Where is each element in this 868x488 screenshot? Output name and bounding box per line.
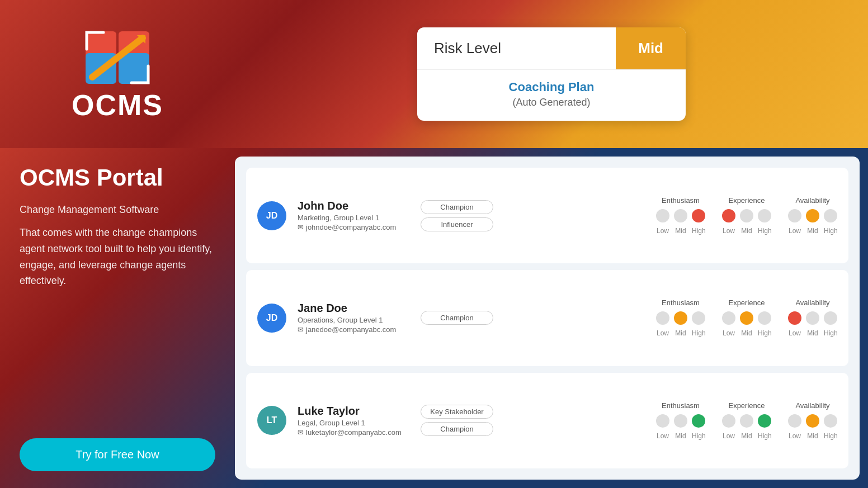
availability-metric-john: Availability Low Mid High: [788, 196, 837, 235]
availability-mid-dot-jane: [806, 311, 819, 325]
sidebar-content: OCMS Portal Change Management Software T…: [20, 165, 215, 296]
availability-label-john: Availability: [795, 196, 829, 205]
person-info-jane-doe: Jane Doe Operations, Group Level 1 ✉ jan…: [298, 302, 409, 334]
experience-scale-jane: Low Mid High: [722, 329, 771, 337]
experience-low-dot-luke: [722, 414, 735, 428]
person-info-john-doe: John Doe Marketing, Group Level 1 ✉ john…: [298, 200, 409, 231]
email-icon: ✉: [298, 325, 304, 334]
person-name-john-doe: John Doe: [298, 200, 409, 212]
experience-high-dot-john: [758, 209, 771, 222]
experience-low-dot-john: [722, 209, 735, 222]
sidebar: OCMS Portal Change Management Software T…: [0, 148, 235, 488]
availability-low-dot-luke: [788, 414, 801, 428]
availability-low-dot-john: [788, 209, 801, 222]
experience-label-jane: Experience: [728, 299, 765, 307]
person-name-luke-taylor: Luke Taylor: [298, 405, 409, 418]
bottom-section: OCMS Portal Change Management Software T…: [0, 148, 868, 488]
badge-influencer-john: Influencer: [421, 217, 493, 231]
enthusiasm-dots-jane: [656, 311, 705, 325]
risk-value: Mid: [616, 27, 686, 69]
enthusiasm-high-dot-luke: [692, 414, 705, 428]
enthusiasm-mid-dot-jane: [674, 311, 687, 325]
availability-low-dot-jane: [788, 311, 801, 325]
experience-mid-dot-jane: [740, 311, 753, 325]
top-section: OCMS Risk Level Mid Coaching Plan (Auto …: [0, 0, 868, 148]
badges-john-doe: Champion Influencer: [421, 200, 493, 231]
enthusiasm-high-dot-jane: [692, 311, 705, 325]
enthusiasm-high-dot-john: [692, 209, 705, 222]
enthusiasm-label-john: Enthusiasm: [662, 196, 700, 205]
coaching-plan-sub: (Auto Generated): [434, 97, 669, 108]
experience-scale-luke: Low Mid High: [722, 432, 771, 440]
enthusiasm-dots-john: [656, 209, 705, 222]
badges-jane-doe: Champion: [421, 311, 493, 325]
availability-label-jane: Availability: [795, 299, 829, 307]
experience-metric-luke: Experience Low Mid High: [722, 401, 771, 440]
experience-mid-dot-john: [740, 209, 753, 222]
description1: Change Management Software: [20, 202, 215, 218]
badge-key-stakeholder-luke: Key Stakeholder: [421, 405, 493, 419]
enthusiasm-dots-luke: [656, 414, 705, 428]
experience-dots-john: [722, 209, 771, 222]
person-role-john-doe: Marketing, Group Level 1: [298, 214, 409, 222]
brand-name: OCMS: [72, 88, 163, 122]
availability-metric-luke: Availability Low Mid High: [788, 401, 837, 440]
enthusiasm-label-luke: Enthusiasm: [662, 401, 700, 410]
availability-metric-jane: Availability Low Mid High: [788, 299, 837, 337]
badge-champion-luke: Champion: [421, 422, 493, 436]
enthusiasm-low-dot-jane: [656, 311, 669, 325]
enthusiasm-low-dot-john: [656, 209, 669, 222]
email-icon: ✉: [298, 428, 304, 437]
person-email-jane-doe: ✉ janedoe@companyabc.com: [298, 325, 409, 334]
try-free-button[interactable]: Try for Free Now: [20, 438, 215, 471]
availability-high-dot-john: [824, 209, 837, 222]
availability-scale-john: Low Mid High: [788, 227, 837, 235]
person-email-john-doe: ✉ johndoe@companyabc.com: [298, 223, 409, 231]
top-right-area: Risk Level Mid Coaching Plan (Auto Gener…: [235, 0, 868, 148]
avatar-john-doe: JD: [257, 201, 286, 230]
logo-area: OCMS: [0, 0, 235, 148]
email-icon: ✉: [298, 223, 304, 231]
portal-title: OCMS Portal: [20, 165, 215, 191]
person-card-luke-taylor: LT Luke Taylor Legal, Group Level 1 ✉ lu…: [246, 373, 848, 468]
person-info-luke-taylor: Luke Taylor Legal, Group Level 1 ✉ luket…: [298, 405, 409, 437]
description2: That comes with the change champions age…: [20, 225, 215, 289]
person-card-jane-doe: JD Jane Doe Operations, Group Level 1 ✉ …: [246, 270, 848, 366]
enthusiasm-scale-john: Low Mid High: [656, 227, 705, 235]
risk-level-row: Risk Level Mid: [417, 27, 686, 69]
availability-scale-luke: Low Mid High: [788, 432, 837, 440]
metrics-john-doe: Enthusiasm Low Mid High Experience: [504, 196, 837, 235]
availability-high-dot-jane: [824, 311, 837, 325]
enthusiasm-metric-jane: Enthusiasm Low Mid High: [656, 299, 705, 337]
experience-metric-jane: Experience Low Mid High: [722, 299, 771, 337]
availability-mid-dot-john: [806, 209, 819, 222]
badge-champion-john: Champion: [421, 200, 493, 214]
person-email-luke-taylor: ✉ luketaylor@companyabc.com: [298, 428, 409, 437]
badges-luke-taylor: Key Stakeholder Champion: [421, 405, 493, 436]
enthusiasm-mid-dot-luke: [674, 414, 687, 428]
availability-dots-jane: [788, 311, 837, 325]
availability-dots-luke: [788, 414, 837, 428]
experience-dots-jane: [722, 311, 771, 325]
experience-label-luke: Experience: [728, 401, 765, 410]
availability-high-dot-luke: [824, 414, 837, 428]
person-card-john-doe: JD John Doe Marketing, Group Level 1 ✉ j…: [246, 168, 848, 263]
person-role-jane-doe: Operations, Group Level 1: [298, 316, 409, 324]
avatar-jane-doe: JD: [257, 304, 286, 333]
coaching-plan-title: Coaching Plan: [434, 80, 669, 94]
experience-label-john: Experience: [728, 196, 765, 205]
risk-label: Risk Level: [417, 27, 616, 69]
availability-label-luke: Availability: [795, 401, 829, 410]
metrics-jane-doe: Enthusiasm Low Mid High Experience: [504, 299, 837, 337]
experience-mid-dot-luke: [740, 414, 753, 428]
enthusiasm-label-jane: Enthusiasm: [662, 299, 700, 307]
enthusiasm-metric-luke: Enthusiasm Low Mid High: [656, 401, 705, 440]
enthusiasm-metric-john: Enthusiasm Low Mid High: [656, 196, 705, 235]
metrics-luke-taylor: Enthusiasm Low Mid High Experience: [504, 401, 837, 440]
enthusiasm-mid-dot-john: [674, 209, 687, 222]
experience-dots-luke: [722, 414, 771, 428]
availability-dots-john: [788, 209, 837, 222]
availability-scale-jane: Low Mid High: [788, 329, 837, 337]
person-role-luke-taylor: Legal, Group Level 1: [298, 419, 409, 427]
experience-low-dot-jane: [722, 311, 735, 325]
